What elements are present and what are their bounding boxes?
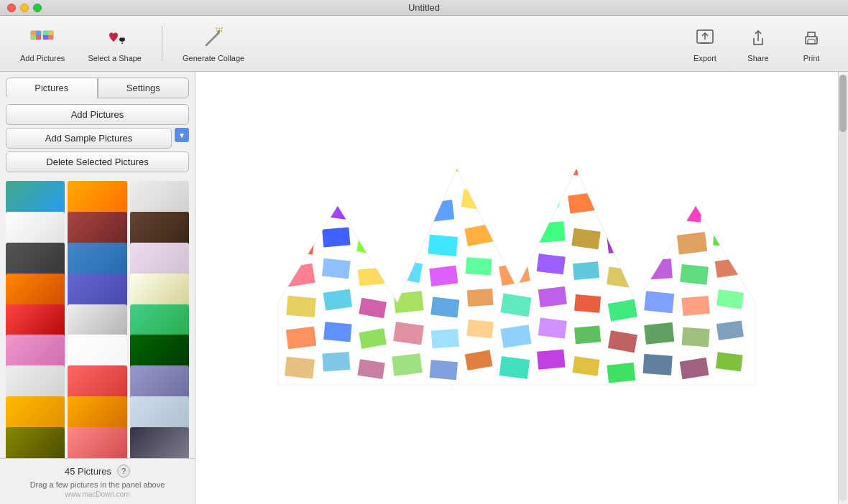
- svg-rect-7: [48, 31, 53, 35]
- toolbar-separator: [162, 26, 162, 62]
- svg-rect-3: [31, 35, 36, 39]
- add-pictures-button[interactable]: Add Pictures: [6, 104, 189, 125]
- svg-line-10: [206, 34, 218, 45]
- add-pictures-icon: [29, 25, 55, 51]
- export-toolbar-button[interactable]: Export: [680, 21, 730, 67]
- add-sample-dropdown-button[interactable]: ▼: [175, 128, 189, 142]
- svg-rect-85: [428, 235, 458, 256]
- print-label: Print: [803, 54, 820, 62]
- svg-rect-9: [48, 35, 53, 39]
- svg-rect-137: [430, 297, 459, 317]
- svg-rect-111: [429, 266, 458, 286]
- share-icon: [745, 25, 771, 51]
- svg-rect-163: [431, 329, 459, 348]
- tab-pictures[interactable]: Pictures: [6, 78, 98, 98]
- svg-rect-161: [393, 322, 424, 345]
- minimize-button[interactable]: [20, 4, 29, 12]
- print-icon: [798, 25, 824, 51]
- svg-rect-155: [286, 327, 316, 350]
- export-icon: [692, 25, 718, 51]
- svg-rect-197: [572, 356, 599, 376]
- titlebar: Untitled: [0, 0, 848, 16]
- svg-rect-2: [36, 31, 41, 35]
- svg-rect-22: [806, 37, 817, 44]
- print-toolbar-button[interactable]: Print: [786, 21, 837, 67]
- add-pictures-toolbar-button[interactable]: Add Pictures: [11, 21, 73, 67]
- svg-rect-177: [682, 327, 710, 347]
- generate-collage-label: Generate Collage: [183, 54, 244, 62]
- sidebar: Pictures Settings Add Pictures Add Sampl…: [0, 72, 195, 504]
- add-sample-pictures-button[interactable]: Add Sample Pictures: [6, 128, 172, 149]
- close-button[interactable]: [7, 4, 16, 12]
- add-sample-row: Add Sample Pictures ▼: [6, 128, 189, 149]
- export-label: Export: [693, 54, 716, 62]
- svg-rect-139: [467, 289, 494, 307]
- help-button[interactable]: ?: [117, 465, 130, 477]
- svg-rect-157: [323, 322, 351, 342]
- svg-rect-99: [677, 232, 707, 255]
- svg-rect-153: [716, 289, 744, 309]
- maximize-button[interactable]: [33, 4, 42, 12]
- svg-line-17: [221, 27, 223, 29]
- svg-rect-201: [643, 354, 673, 375]
- picture-count: 45 Pictures: [65, 466, 111, 477]
- svg-rect-151: [681, 296, 709, 316]
- svg-rect-195: [537, 350, 565, 370]
- svg-rect-93: [571, 228, 600, 250]
- svg-line-16: [216, 27, 218, 29]
- main-layout: Pictures Settings Add Pictures Add Sampl…: [0, 72, 848, 504]
- share-label: Share: [747, 54, 768, 62]
- svg-rect-131: [323, 289, 352, 311]
- scrollbar-track: [839, 75, 847, 501]
- svg-rect-205: [716, 352, 743, 371]
- toolbar: Add Pictures Select a Shape: [0, 16, 848, 72]
- svg-rect-187: [392, 353, 422, 376]
- list-item[interactable]: [68, 427, 126, 458]
- svg-rect-1: [31, 31, 36, 35]
- picture-count-row: 45 Pictures ?: [6, 465, 189, 477]
- svg-rect-6: [43, 31, 48, 35]
- traffic-lights: [7, 4, 42, 12]
- generate-collage-icon: [201, 25, 226, 51]
- right-scrollbar[interactable]: [838, 72, 848, 504]
- generate-collage-toolbar-button[interactable]: Generate Collage: [174, 21, 253, 67]
- svg-rect-181: [285, 357, 315, 379]
- svg-rect-119: [573, 261, 599, 280]
- drag-hint: Drag a few pictures in the panel above: [6, 480, 189, 489]
- svg-rect-189: [430, 360, 458, 380]
- svg-rect-8: [43, 35, 48, 39]
- svg-rect-113: [466, 257, 492, 275]
- svg-rect-105: [322, 258, 351, 279]
- toolbar-right-actions: Export Share Print: [680, 21, 837, 67]
- svg-rect-183: [322, 352, 350, 371]
- svg-rect-143: [538, 286, 567, 307]
- sidebar-footer: 45 Pictures ? Drag a few pictures in the…: [0, 458, 195, 504]
- window-title: Untitled: [408, 2, 440, 13]
- svg-rect-171: [574, 325, 601, 344]
- svg-rect-149: [644, 291, 674, 313]
- svg-point-24: [816, 38, 817, 39]
- list-item[interactable]: [130, 427, 189, 458]
- share-toolbar-button[interactable]: Share: [733, 21, 783, 67]
- svg-rect-193: [499, 356, 530, 379]
- thumbnail-grid: [0, 178, 195, 458]
- delete-selected-pictures-button[interactable]: Delete Selected Pictures: [6, 151, 189, 172]
- svg-rect-169: [538, 317, 567, 338]
- svg-rect-125: [680, 264, 709, 285]
- svg-rect-117: [537, 253, 566, 274]
- select-shape-icon: [102, 25, 128, 51]
- select-shape-label: Select a Shape: [88, 54, 142, 62]
- tab-bar: Pictures Settings: [0, 72, 195, 98]
- svg-rect-79: [322, 227, 350, 247]
- svg-rect-145: [574, 294, 601, 313]
- svg-rect-175: [644, 322, 674, 345]
- canvas-area[interactable]: [195, 72, 838, 504]
- tab-settings[interactable]: Settings: [98, 78, 190, 98]
- svg-rect-165: [466, 319, 493, 338]
- list-item[interactable]: [6, 427, 65, 458]
- select-shape-toolbar-button[interactable]: Select a Shape: [79, 21, 150, 67]
- svg-rect-179: [716, 320, 744, 340]
- svg-rect-199: [607, 363, 635, 383]
- watermark: www.macDown.com: [6, 490, 189, 498]
- scrollbar-thumb[interactable]: [839, 75, 847, 132]
